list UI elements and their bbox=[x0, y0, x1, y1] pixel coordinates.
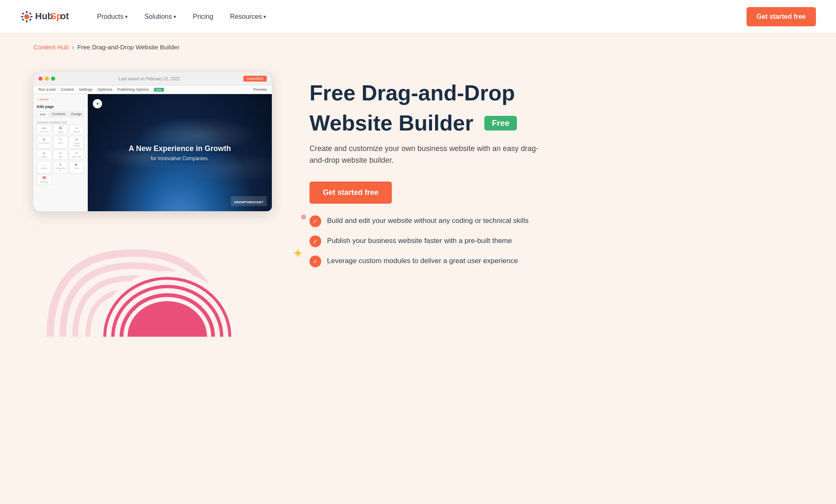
check-icon-1: ✓ bbox=[309, 215, 321, 227]
resources-chevron-icon: ▾ bbox=[263, 14, 266, 20]
hero-cta-button[interactable]: Get started free bbox=[309, 182, 392, 204]
svg-rect-4 bbox=[30, 16, 33, 17]
module-button: ⊡Button bbox=[37, 150, 52, 160]
decorative-dot bbox=[301, 215, 306, 220]
hero-left: ✦ ✦ Last saved on February 22, 2022 Unpu… bbox=[33, 72, 276, 337]
unpublish-button: Unpublish bbox=[243, 76, 267, 82]
editor-container: ⌂ Home Edit page Add Contents Design Com… bbox=[33, 94, 272, 211]
nav-solutions-label: Solutions bbox=[144, 13, 172, 20]
hero-title-line1: Free Drag-and-Drop bbox=[309, 81, 515, 106]
hero-title-line2-container: Website Builder Free bbox=[309, 111, 517, 136]
overlay-headline: A New Experience in Growth bbox=[129, 144, 231, 154]
module-richtext: A≡Rich Text bbox=[37, 125, 52, 135]
modules-grid: A≡Rich Text 🖼Image HHeader ⊞CTA Button ≡… bbox=[37, 125, 84, 185]
nav-item-solutions[interactable]: Solutions ▾ bbox=[138, 10, 183, 24]
nav-pricing-label: Pricing bbox=[193, 13, 213, 20]
module-richtext2: ≡Rich Text bbox=[69, 150, 84, 160]
check-icon-2: ✓ bbox=[309, 235, 321, 247]
products-chevron-icon: ▾ bbox=[125, 14, 128, 20]
hero-title: Free Drag-and-Drop Website Builder Free bbox=[309, 81, 552, 136]
cursor-icon: ✈ bbox=[93, 99, 102, 108]
breadcrumb-separator: › bbox=[72, 44, 74, 51]
browser-dot-green bbox=[51, 77, 55, 81]
solutions-chevron-icon: ▾ bbox=[174, 14, 176, 20]
module-calendar: 📅Meetings bbox=[37, 175, 52, 185]
feature-text-2: Publish your business website faster wit… bbox=[327, 235, 512, 246]
breadcrumb-current: Free Drag-and-Drop Website Builder bbox=[77, 43, 179, 51]
module-image: 🖼Image bbox=[53, 125, 68, 135]
svg-rect-5 bbox=[22, 12, 24, 15]
rainbow-svg bbox=[42, 228, 243, 337]
nav-get-started-button[interactable]: Get started free bbox=[747, 7, 816, 26]
new-badge: New bbox=[154, 88, 164, 92]
svg-rect-6 bbox=[29, 12, 31, 15]
feature-item-3: ✓ Leverage custom modules to deliver a g… bbox=[309, 256, 552, 267]
nav-item-products[interactable]: Products ▾ bbox=[90, 10, 134, 24]
watermark-text: GROWTHROCKET bbox=[234, 200, 263, 204]
feature-item-1: ✓ Build and edit your website without an… bbox=[309, 215, 552, 227]
features-list: ✓ Build and edit your website without an… bbox=[309, 215, 552, 267]
svg-rect-1 bbox=[26, 11, 28, 13]
svg-point-0 bbox=[24, 14, 29, 19]
module-divider: —Divider bbox=[37, 161, 52, 174]
module-cta: ⊞CTA Button bbox=[37, 136, 52, 148]
breadcrumb-parent-link[interactable]: Content Hub bbox=[33, 43, 69, 51]
breadcrumb: Content Hub › Free Drag-and-Drop Website… bbox=[0, 33, 836, 56]
editor-preview-image: Last saved on February 22, 2022 Unpublis… bbox=[33, 72, 272, 211]
module-map: ⊙Map bbox=[53, 150, 68, 160]
feature-item-2: ✓ Publish your business website faster w… bbox=[309, 235, 552, 247]
publishing-options: Publishing Options bbox=[118, 87, 149, 92]
optimize-tab: Optimize bbox=[97, 87, 112, 92]
check-icon-3: ✓ bbox=[309, 256, 321, 267]
modules-section-label: Common modules (13) bbox=[37, 121, 84, 124]
sidebar-title: Edit page bbox=[37, 105, 84, 109]
module-follow: ♦Follow Me Up bbox=[53, 161, 68, 174]
edit-page-header: ⌂ Home bbox=[37, 97, 84, 101]
hero-right: Free Drag-and-Drop Website Builder Free … bbox=[309, 72, 552, 267]
editor-brand-watermark: GROWTHROCKET bbox=[231, 196, 267, 206]
editor-overlay-text: A New Experience in Growth for Innovativ… bbox=[129, 144, 231, 161]
tab-add: Add bbox=[37, 111, 49, 118]
hero-description: Create and customize your own business w… bbox=[309, 143, 544, 167]
browser-dots bbox=[38, 77, 55, 81]
module-header: HHeader bbox=[69, 125, 84, 135]
svg-rect-3 bbox=[21, 16, 23, 17]
content-tab: Content bbox=[61, 87, 74, 92]
svg-rect-8 bbox=[29, 18, 31, 20]
hubspot-logo-svg: Hub Sp ot bbox=[20, 9, 70, 24]
browser-dot-yellow bbox=[45, 77, 49, 81]
preview-label: Preview bbox=[253, 87, 267, 92]
free-badge: Free bbox=[484, 116, 517, 130]
feature-text-1: Build and edit your website without any … bbox=[327, 215, 529, 226]
sparkle-icon-bottomright: ✦ bbox=[293, 248, 302, 260]
nav-resources-label: Resources bbox=[230, 13, 262, 20]
module-form: ≡Form bbox=[53, 136, 68, 148]
editor-secondary-toolbar: Run a test Content Settings Optimize Pub… bbox=[33, 85, 272, 94]
overlay-subtext: for Innovative Companies. bbox=[129, 156, 231, 161]
logo[interactable]: Hub Sp ot bbox=[20, 9, 70, 24]
tab-design: Design bbox=[69, 111, 84, 118]
run-a-test-label: Run a test bbox=[38, 87, 56, 92]
editor-sidebar: ⌂ Home Edit page Add Contents Design Com… bbox=[33, 94, 88, 211]
editor-tabs: Add Contents Design bbox=[37, 111, 84, 118]
svg-rect-7 bbox=[22, 18, 24, 20]
browser-toolbar-text: Last saved on February 22, 2022 bbox=[59, 77, 240, 81]
browser-dot-red bbox=[38, 77, 43, 81]
browser-toolbar: Last saved on February 22, 2022 Unpublis… bbox=[33, 72, 272, 85]
main-nav: Hub Sp ot Products ▾ Solutions ▾ Pricing… bbox=[0, 0, 836, 33]
editor-main-visual: GROWTHROCKET A New Experience in Growth … bbox=[88, 94, 272, 211]
svg-rect-2 bbox=[26, 20, 28, 23]
tab-contents: Contents bbox=[49, 111, 68, 118]
module-gallery: ⊟Image Gallery bbox=[69, 136, 84, 148]
feature-text-3: Leverage custom modules to deliver a gre… bbox=[327, 256, 518, 266]
nav-item-resources[interactable]: Resources ▾ bbox=[223, 10, 273, 24]
settings-tab: Settings bbox=[79, 87, 93, 92]
nav-links: Products ▾ Solutions ▾ Pricing Resources… bbox=[90, 10, 747, 24]
svg-text:ot: ot bbox=[60, 11, 69, 21]
nav-products-label: Products bbox=[97, 13, 123, 20]
nav-cta-area: Get started free bbox=[747, 7, 816, 26]
main-content: ✦ ✦ Last saved on February 22, 2022 Unpu… bbox=[0, 56, 585, 362]
nav-item-pricing[interactable]: Pricing bbox=[186, 10, 220, 24]
hero-title-line2-text: Website Builder bbox=[309, 111, 473, 136]
module-video: ▶Video bbox=[69, 161, 84, 174]
